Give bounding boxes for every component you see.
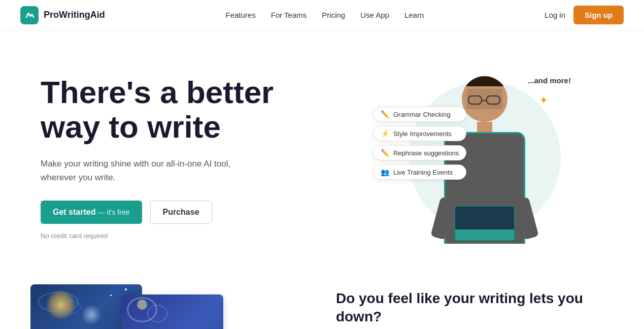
nav-use-app[interactable]: Use App	[360, 11, 389, 19]
hero-heading: There's a better way to write	[41, 75, 356, 144]
signup-button[interactable]: Sign up	[573, 6, 624, 24]
nav-pricing[interactable]: Pricing	[322, 11, 345, 19]
logo-icon	[20, 6, 39, 24]
pill-style: ⚡ Style Improvements	[373, 126, 466, 141]
hero-left: There's a better way to write Make your …	[41, 75, 356, 240]
section2-text: Do you feel like your writing lets you d…	[336, 284, 611, 329]
logo-text: ProWritingAid	[44, 10, 105, 20]
lightning-icon: ⚡	[381, 129, 389, 138]
login-link[interactable]: Log in	[545, 11, 565, 19]
hero-buttons: Get started — it's free Purchase	[41, 201, 356, 224]
image-stack: My idea in my head	[30, 284, 203, 329]
hero-subtext: Make your writing shine with our all-in-…	[41, 157, 254, 184]
people-icon: 👥	[381, 168, 389, 176]
pill-training: 👥 Live Training Events	[373, 164, 466, 180]
and-more-text: ...and more!	[528, 76, 571, 85]
section2-heading: Do you feel like your writing lets you d…	[336, 289, 611, 326]
nav-links: Features For Teams Pricing Use App Learn	[226, 11, 424, 20]
feature-pills: ✏️ Grammar Checking ⚡ Style Improvements…	[373, 107, 466, 180]
hero-section: There's a better way to write Make your …	[0, 30, 644, 274]
starry-night-front	[122, 294, 223, 329]
section2-images: My idea in my head	[30, 284, 306, 329]
pencil-icon: ✏️	[381, 110, 389, 118]
no-card-text: No credit card required	[41, 232, 356, 240]
pill-rephrase: ✏️ Rephrase suggestions	[373, 145, 466, 160]
pen-icon: ✏️	[381, 149, 389, 157]
get-started-button[interactable]: Get started — it's free	[41, 201, 142, 224]
pill-grammar: ✏️ Grammar Checking	[373, 107, 466, 122]
hero-right: ✏️ Grammar Checking ⚡ Style Improvements…	[356, 61, 614, 254]
sparkle-icon: ✦	[539, 94, 548, 107]
logo[interactable]: ProWritingAid	[20, 6, 105, 24]
navbar: ProWritingAid Features For Teams Pricing…	[0, 0, 644, 30]
section2: My idea in my head Do you feel like your…	[0, 274, 644, 329]
nav-for-teams[interactable]: For Teams	[271, 11, 307, 19]
hero-illustration: ✏️ Grammar Checking ⚡ Style Improvements…	[393, 66, 576, 249]
nav-actions: Log in Sign up	[545, 6, 624, 24]
nav-learn[interactable]: Learn	[404, 11, 424, 19]
purchase-button[interactable]: Purchase	[150, 201, 212, 224]
nav-features[interactable]: Features	[226, 11, 256, 19]
